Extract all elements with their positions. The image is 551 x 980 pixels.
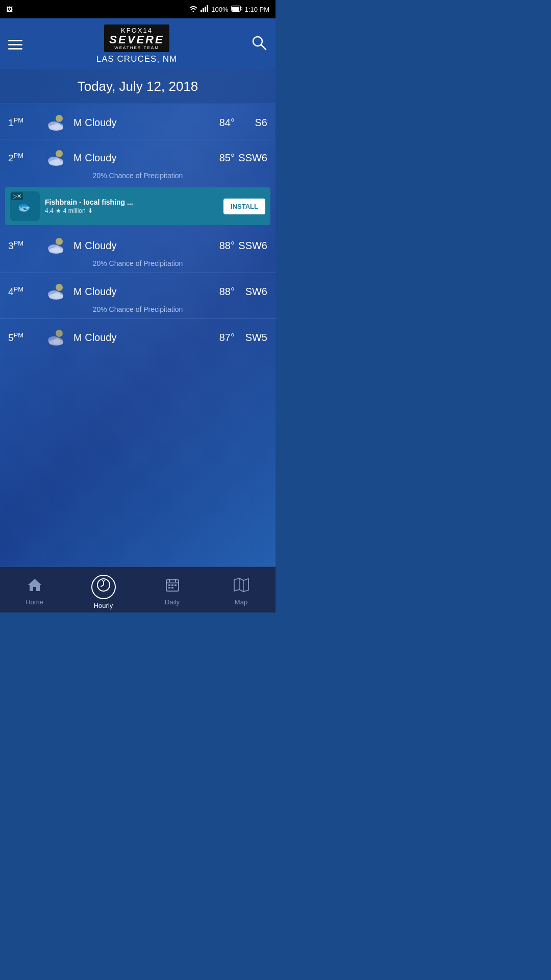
nav-daily[interactable]: Daily [138, 574, 207, 606]
svg-rect-2 [205, 7, 206, 12]
hour-1pm: 1PM [8, 116, 45, 129]
nav-home-label: Home [26, 598, 43, 606]
hour-2pm: 2PM [8, 152, 45, 164]
ad-downloads: 4 million [63, 207, 86, 214]
weather-icon-4pm [45, 280, 67, 303]
app-header: KFOX14 SEVERE WEATHER TEAM LAS CRUCES, N… [0, 18, 276, 69]
hourly-row-1pm: 1PM M Cloudy 84° S6 [0, 104, 276, 139]
download-icon: ⬇ [88, 207, 93, 214]
header-logo-block: KFOX14 SEVERE WEATHER TEAM LAS CRUCES, N… [96, 24, 178, 64]
condition-3pm: M Cloudy [73, 240, 204, 252]
status-bar: 🖼 100% 1:10 PM [0, 0, 276, 18]
ad-banner: ▷✕ 🐟 Fishbrain - local fishing ... 4.4 ★… [5, 187, 270, 225]
temp-1pm: 84° [204, 117, 235, 129]
svg-rect-39 [171, 587, 173, 589]
weather-icon-mcloudy [45, 111, 67, 134]
nav-hourly[interactable]: Hourly [69, 571, 138, 609]
svg-rect-5 [232, 7, 239, 11]
svg-point-12 [56, 150, 63, 157]
wind-3pm: SSW6 [235, 240, 267, 252]
svg-point-8 [56, 115, 63, 122]
ad-text-block: Fishbrain - local fishing ... 4.4 ★ 4 mi… [45, 198, 218, 214]
logo-severe: SEVERE [109, 34, 164, 45]
bottom-nav: Home Hourly [0, 567, 276, 612]
fish-icon: 🐟 [17, 199, 33, 214]
home-icon [27, 578, 42, 596]
svg-point-24 [56, 330, 63, 337]
hour-3pm: 3PM [8, 239, 45, 252]
condition-4pm: M Cloudy [73, 286, 204, 298]
condition-2pm: M Cloudy [73, 152, 204, 164]
svg-point-23 [49, 293, 63, 300]
hourly-row-4pm: 4PM M Cloudy 88° SW6 20% Chance of Preci… [0, 273, 276, 319]
weather-icon-3pm [45, 234, 67, 257]
ad-install-button[interactable]: INSTALL [223, 199, 265, 214]
signal-icon [201, 5, 209, 14]
precip-4pm: 20% Chance of Precipitation [8, 305, 267, 313]
hour-4pm: 4PM [8, 285, 45, 298]
notification-icon: 🖼 [6, 6, 13, 13]
date-banner: Today, July 12, 2018 [0, 69, 276, 104]
precip-2pm: 20% Chance of Precipitation [8, 172, 267, 180]
temp-3pm: 88° [204, 240, 235, 252]
hourly-row-2pm: 2PM M Cloudy 85° SSW6 20% Chance of Prec… [0, 139, 276, 185]
precip-3pm: 20% Chance of Precipitation [8, 259, 267, 267]
svg-rect-38 [168, 587, 170, 589]
star-icon: ★ [56, 207, 61, 214]
map-icon [234, 578, 249, 596]
date-text: Today, July 12, 2018 [78, 79, 198, 94]
battery-icon [231, 6, 242, 13]
ad-title: Fishbrain - local fishing ... [45, 198, 218, 206]
svg-line-7 [261, 44, 266, 50]
svg-rect-36 [171, 584, 173, 586]
wind-1pm: S6 [235, 117, 267, 129]
hourly-row-3pm: 3PM M Cloudy 88° SSW6 20% Chance of Prec… [0, 227, 276, 273]
svg-marker-40 [234, 578, 248, 592]
temp-2pm: 85° [204, 152, 235, 164]
nav-daily-label: Daily [165, 598, 180, 606]
nav-home[interactable]: Home [0, 574, 69, 606]
svg-point-27 [49, 339, 63, 346]
hourly-list: 1PM M Cloudy 84° S6 2PM [0, 104, 276, 354]
hourly-icon [96, 578, 111, 596]
nav-map-label: Map [235, 598, 247, 606]
svg-point-19 [49, 248, 63, 254]
ad-app-icon: ▷✕ 🐟 [10, 191, 40, 221]
wifi-icon [189, 5, 198, 14]
svg-line-30 [101, 585, 104, 586]
wind-5pm: SW5 [235, 332, 267, 344]
svg-point-16 [56, 238, 63, 245]
hourly-row-5pm: 5PM M Cloudy 87° SW5 [0, 319, 276, 354]
condition-5pm: M Cloudy [73, 332, 204, 344]
weather-icon-2pm [45, 146, 67, 169]
daily-icon [165, 578, 180, 596]
ad-rating: 4.4 ★ 4 million ⬇ [45, 207, 218, 214]
nav-hourly-label: Hourly [94, 602, 113, 609]
svg-rect-37 [174, 584, 177, 586]
svg-point-15 [49, 160, 63, 166]
hour-5pm: 5PM [8, 331, 45, 344]
svg-rect-35 [168, 584, 170, 586]
svg-point-20 [56, 284, 63, 291]
wind-4pm: SW6 [235, 286, 267, 298]
svg-rect-3 [207, 5, 208, 12]
battery-percent: 100% [211, 6, 228, 13]
nav-map[interactable]: Map [207, 574, 276, 606]
nav-hourly-circle [91, 575, 116, 599]
wind-2pm: SSW6 [235, 152, 267, 164]
svg-rect-1 [203, 8, 204, 12]
ad-label: ▷✕ [11, 192, 23, 200]
weather-icon-5pm [45, 326, 67, 349]
search-button[interactable] [251, 35, 267, 55]
svg-rect-0 [201, 10, 202, 12]
svg-point-11 [49, 125, 63, 131]
menu-button[interactable] [8, 40, 22, 50]
ad-rating-value: 4.4 [45, 207, 54, 214]
status-icons: 100% 1:10 PM [189, 5, 269, 14]
logo-weather-team: WEATHER TEAM [114, 45, 159, 50]
temp-4pm: 88° [204, 286, 235, 298]
time-display: 1:10 PM [245, 6, 269, 13]
condition-1pm: M Cloudy [73, 117, 204, 129]
temp-5pm: 87° [204, 332, 235, 344]
city-label: LAS CRUCES, NM [96, 54, 178, 64]
